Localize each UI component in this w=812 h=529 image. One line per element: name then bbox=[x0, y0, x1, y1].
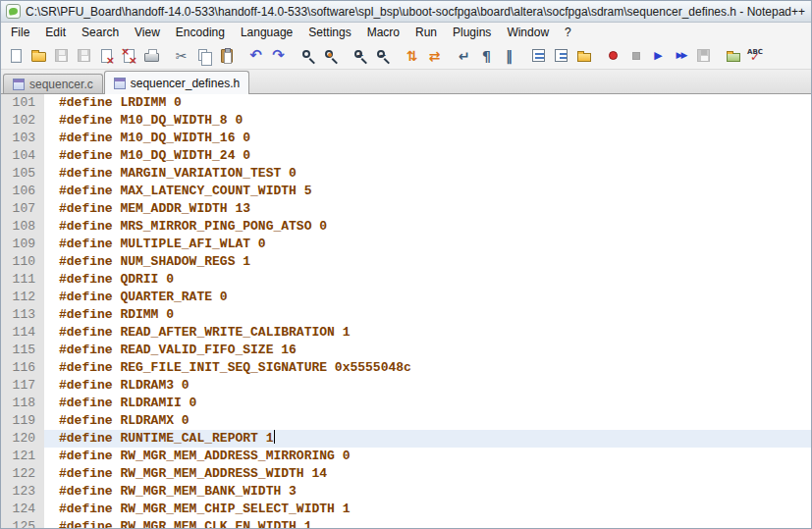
line-number[interactable]: 107 bbox=[1, 200, 44, 218]
code-line[interactable]: #define M10_DQ_WIDTH_16 0 bbox=[44, 130, 811, 147]
zoom-out-icon[interactable] bbox=[371, 45, 394, 67]
line-number[interactable]: 109 bbox=[1, 236, 44, 253]
menu-item-macro[interactable]: Macro bbox=[359, 24, 407, 41]
code-line[interactable]: #define LRDIMM 0 bbox=[44, 94, 811, 112]
menu-item-file[interactable]: File bbox=[3, 24, 37, 41]
code-line[interactable]: #define MAX_LATENCY_COUNT_WIDTH 5 bbox=[44, 183, 811, 200]
menu-item-help[interactable]: ? bbox=[557, 24, 579, 41]
line-number[interactable]: 111 bbox=[1, 271, 44, 289]
line-number[interactable]: 103 bbox=[1, 130, 44, 147]
close-icon[interactable] bbox=[95, 45, 118, 67]
line-number[interactable]: 113 bbox=[1, 306, 44, 324]
menu-item-view[interactable]: View bbox=[127, 24, 168, 41]
save-icon[interactable] bbox=[50, 45, 73, 67]
code-line[interactable]: #define MEM_ADDR_WIDTH 13 bbox=[44, 200, 811, 218]
line-number[interactable]: 122 bbox=[1, 465, 44, 483]
replace-icon[interactable] bbox=[319, 45, 342, 67]
tab-sequencer-defines-h[interactable]: sequencer_defines.h bbox=[104, 71, 249, 94]
line-number[interactable]: 101 bbox=[1, 94, 44, 112]
line-number[interactable]: 110 bbox=[1, 253, 44, 271]
menu-item-encoding[interactable]: Encoding bbox=[168, 24, 233, 41]
find-icon[interactable] bbox=[297, 45, 319, 67]
line-number[interactable]: 114 bbox=[1, 324, 44, 342]
line-number[interactable]: 112 bbox=[1, 289, 44, 306]
line-number[interactable]: 117 bbox=[1, 377, 44, 395]
indent-guide-icon[interactable]: ‖ bbox=[498, 45, 520, 67]
code-line[interactable]: #define MRS_MIRROR_PING_PONG_ATSO 0 bbox=[44, 218, 811, 236]
doc-switcher-icon[interactable] bbox=[722, 45, 744, 67]
editor-line: 109#define MULTIPLE_AFI_WLAT 0 bbox=[1, 236, 811, 253]
playback-icon[interactable]: ▶ bbox=[647, 45, 670, 67]
code-line[interactable]: #define RW_MGR_MEM_ADDRESS_WIDTH 14 bbox=[44, 465, 811, 483]
code-line[interactable]: #define REG_FILE_INIT_SEQ_SIGNATURE 0x55… bbox=[44, 359, 811, 377]
word-wrap-icon[interactable]: ↵ bbox=[453, 45, 475, 67]
code-line[interactable]: #define QDRII 0 bbox=[44, 271, 811, 289]
line-number[interactable]: 108 bbox=[1, 218, 44, 236]
menu-item-edit[interactable]: Edit bbox=[37, 24, 74, 41]
code-line[interactable]: #define MULTIPLE_AFI_WLAT 0 bbox=[44, 236, 811, 253]
undo-icon[interactable]: ↶ bbox=[244, 45, 267, 67]
editor-line: 114#define READ_AFTER_WRITE_CALIBRATION … bbox=[1, 324, 811, 342]
line-number[interactable]: 121 bbox=[1, 448, 44, 465]
line-number[interactable]: 125 bbox=[1, 518, 44, 528]
stop-recording-icon[interactable] bbox=[624, 45, 647, 67]
line-number[interactable]: 115 bbox=[1, 342, 44, 359]
run-macro-multiple-icon[interactable]: ▶▶ bbox=[670, 45, 692, 67]
menu-item-search[interactable]: Search bbox=[74, 24, 127, 41]
menu-item-settings[interactable]: Settings bbox=[300, 24, 358, 41]
line-number[interactable]: 116 bbox=[1, 359, 44, 377]
notepadpp-app-icon[interactable] bbox=[6, 4, 21, 19]
menu-item-window[interactable]: Window bbox=[499, 24, 557, 41]
code-line[interactable]: #define READ_VALID_FIFO_SIZE 16 bbox=[44, 342, 811, 359]
code-line[interactable]: #define M10_DQ_WIDTH_24 0 bbox=[44, 147, 811, 165]
menu-item-plugins[interactable]: Plugins bbox=[445, 24, 499, 41]
line-number[interactable]: 106 bbox=[1, 183, 44, 200]
code-line[interactable]: #define READ_AFTER_WRITE_CALIBRATION 1 bbox=[44, 324, 811, 342]
code-line[interactable]: #define NUM_SHADOW_REGS 1 bbox=[44, 253, 811, 271]
code-line[interactable]: #define RW_MGR_MEM_CHIP_SELECT_WIDTH 1 bbox=[44, 501, 811, 518]
code-line[interactable]: #define RDIMM 0 bbox=[44, 306, 811, 324]
close-all-icon[interactable] bbox=[118, 45, 140, 67]
zoom-in-icon[interactable] bbox=[349, 45, 371, 67]
code-line[interactable]: #define RLDRAMX 0 bbox=[44, 412, 811, 430]
folder-as-workspace-icon[interactable] bbox=[572, 45, 595, 67]
start-recording-icon[interactable] bbox=[602, 45, 624, 67]
sync-vertical-scroll-icon[interactable]: ⇅ bbox=[401, 45, 423, 67]
line-number[interactable]: 124 bbox=[1, 501, 44, 518]
line-number[interactable]: 102 bbox=[1, 112, 44, 130]
function-list-icon[interactable] bbox=[550, 45, 572, 67]
editor-line: 106#define MAX_LATENCY_COUNT_WIDTH 5 bbox=[1, 183, 811, 200]
save-all-icon[interactable] bbox=[73, 45, 95, 67]
line-number[interactable]: 123 bbox=[1, 483, 44, 501]
tab-sequencer-c[interactable]: sequencer.c bbox=[3, 74, 103, 93]
menu-item-run[interactable]: Run bbox=[407, 24, 445, 41]
code-line[interactable]: #define MARGIN_VARIATION_TEST 0 bbox=[44, 165, 811, 183]
code-line[interactable]: #define RW_MGR_MEM_BANK_WIDTH 3 bbox=[44, 483, 811, 501]
sync-horizontal-scroll-icon[interactable]: ⇄ bbox=[423, 45, 446, 67]
doc-map-icon[interactable] bbox=[527, 45, 550, 67]
code-line[interactable]: #define RLDRAM3 0 bbox=[44, 377, 811, 395]
spell-check-icon[interactable] bbox=[744, 45, 767, 67]
save-macro-icon[interactable] bbox=[692, 45, 715, 67]
copy-icon[interactable] bbox=[192, 45, 215, 67]
redo-icon[interactable]: ↷ bbox=[267, 45, 290, 67]
print-icon[interactable] bbox=[140, 45, 163, 67]
code-line[interactable]: #define RUNTIME_CAL_REPORT 1 bbox=[44, 430, 811, 448]
paste-icon[interactable] bbox=[215, 45, 238, 67]
title-bar[interactable]: C:\SR\PFU_Board\handoff-14.0-533\handoff… bbox=[1, 1, 811, 23]
show-all-characters-icon[interactable]: ¶ bbox=[475, 45, 498, 67]
line-number[interactable]: 104 bbox=[1, 147, 44, 165]
code-line[interactable]: #define M10_DQ_WIDTH_8 0 bbox=[44, 112, 811, 130]
line-number[interactable]: 119 bbox=[1, 412, 44, 430]
line-number[interactable]: 118 bbox=[1, 395, 44, 412]
code-line[interactable]: #define QUARTER_RATE 0 bbox=[44, 289, 811, 306]
line-number[interactable]: 120 bbox=[1, 430, 44, 448]
code-line[interactable]: #define RW_MGR_MEM_ADDRESS_MIRRORING 0 bbox=[44, 448, 811, 465]
code-line[interactable]: #define RW_MGR_MEM_CLK_EN_WIDTH 1 bbox=[44, 518, 811, 528]
new-file-icon[interactable] bbox=[5, 45, 27, 67]
cut-icon[interactable]: ✂ bbox=[170, 45, 192, 67]
menu-item-language[interactable]: Language bbox=[233, 24, 300, 41]
open-folder-icon[interactable] bbox=[27, 45, 50, 67]
code-line[interactable]: #define RLDRAMII 0 bbox=[44, 395, 811, 412]
line-number[interactable]: 105 bbox=[1, 165, 44, 183]
